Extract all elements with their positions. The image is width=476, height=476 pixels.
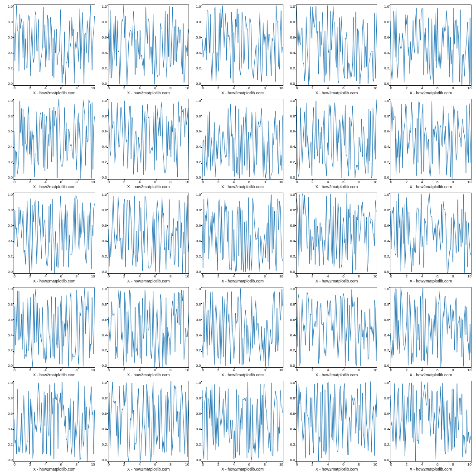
subplot-2-3: 1.00.80.60.40.20.00246810X - how2matplot… [287,193,378,283]
x-tick-labels: 0246810 [296,462,378,466]
x-axis-label: X - how2matplotlib.com [296,91,378,95]
x-axis-label: X - how2matplotlib.com [108,373,189,377]
x-axis-label: X - how2matplotlib.com [202,373,283,377]
chart-box [202,287,283,368]
y-tick-labels: 1.00.80.60.40.20.0 [381,99,390,180]
chart-box [108,381,189,462]
chart-box [202,381,283,462]
subplot-1-3: 1.00.80.60.40.20.00246810X - how2matplot… [287,99,378,189]
x-tick-labels: 0246810 [296,180,378,184]
subplot-0-3: 1.00.80.60.40.20.00246810X - how2matplot… [287,5,378,95]
x-axis-label: X - how2matplotlib.com [14,373,95,377]
noise-line [390,8,471,84]
x-tick-labels: 0246810 [14,462,95,466]
chart-box [14,287,95,368]
x-tick-labels: 0246810 [14,274,95,278]
chart-box [296,193,378,274]
subplot-1-1: 1.00.80.60.40.20.00246810X - how2matplot… [99,99,189,189]
x-axis-label: X - how2matplotlib.com [296,279,378,283]
chart-box [108,99,189,180]
x-axis-label: X - how2matplotlib.com [296,373,378,377]
subplot-3-4: 1.00.80.60.40.20.00246810X - how2matplot… [381,287,471,378]
subplot-4-1: 1.00.80.60.40.20.00246810X - how2matplot… [99,381,189,471]
x-axis-label: X - how2matplotlib.com [296,185,378,189]
chart-box [390,287,471,368]
x-axis-label: X - how2matplotlib.com [108,185,189,189]
x-axis-label: X - how2matplotlib.com [108,91,189,95]
subplot-4-4: 1.00.80.60.40.20.00246810X - how2matplot… [381,381,471,471]
chart-box [390,5,471,86]
chart-box [202,99,283,180]
x-tick-labels: 0246810 [390,462,471,466]
x-tick-labels: 0246810 [108,180,189,184]
x-axis-label: X - how2matplotlib.com [390,185,471,189]
x-axis-label: X - how2matplotlib.com [14,185,95,189]
x-axis-label: X - how2matplotlib.com [390,279,471,283]
y-tick-labels: 1.00.80.60.40.20.0 [193,5,202,86]
y-tick-labels: 1.00.80.60.40.20.0 [99,193,108,274]
x-axis-label: X - how2matplotlib.com [296,467,378,471]
x-tick-labels: 0246810 [390,368,471,372]
noise-line [14,382,95,461]
noise-line [14,196,95,273]
subplot-4-3: 1.00.80.60.40.20.00246810X - how2matplot… [287,381,378,471]
subplot-0-4: 1.00.80.60.40.20.00246810X - how2matplot… [381,5,471,95]
x-tick-labels: 0246810 [14,368,95,372]
chart-box [14,5,95,86]
x-tick-labels: 0246810 [202,180,283,184]
noise-line [108,381,189,461]
x-axis-label: X - how2matplotlib.com [202,467,283,471]
chart-box [390,99,471,180]
x-tick-labels: 0246810 [390,274,471,278]
x-tick-labels: 0246810 [108,462,189,466]
noise-line [202,288,283,366]
y-tick-labels: 1.00.80.60.40.20.0 [99,99,108,180]
y-tick-labels: 1.00.80.60.40.20.0 [193,381,202,462]
noise-line [296,99,377,178]
chart-box [14,381,95,462]
y-tick-labels: 1.00.80.60.40.20.0 [381,5,390,86]
noise-line [108,196,189,273]
y-tick-labels: 1.00.80.60.40.20.0 [287,5,296,86]
chart-box [108,287,189,368]
chart-box [202,193,283,274]
x-axis-label: X - how2matplotlib.com [202,279,283,283]
noise-line [108,290,189,367]
noise-line [296,5,377,85]
x-axis-label: X - how2matplotlib.com [14,279,95,283]
subplot-1-0: 1.00.80.60.40.20.00246810X - how2matplot… [5,99,95,189]
chart-box [296,5,378,86]
noise-line [202,194,283,272]
subplot-3-2: 1.00.80.60.40.20.00246810X - how2matplot… [193,287,283,378]
x-tick-labels: 0246810 [202,368,283,372]
chart-box [296,99,378,180]
chart-box [390,193,471,274]
x-tick-labels: 0246810 [14,180,95,184]
noise-line [390,101,471,178]
y-tick-labels: 1.00.80.60.40.20.0 [381,193,390,274]
y-tick-labels: 1.00.80.60.40.20.0 [193,99,202,180]
x-axis-label: X - how2matplotlib.com [390,373,471,377]
y-tick-labels: 1.00.80.60.40.20.0 [287,99,296,180]
x-tick-labels: 0246810 [390,86,471,90]
y-tick-labels: 1.00.80.60.40.20.0 [287,381,296,462]
y-tick-labels: 1.00.80.60.40.20.0 [193,287,202,368]
chart-box [390,381,471,462]
y-tick-labels: 1.00.80.60.40.20.0 [99,287,108,368]
noise-line [390,382,471,461]
x-tick-labels: 0246810 [108,274,189,278]
x-tick-labels: 0246810 [202,462,283,466]
noise-line [202,104,283,179]
noise-line [390,194,471,273]
chart-box [14,99,95,180]
noise-line [202,6,283,83]
subplot-0-2: 1.00.80.60.40.20.00246810X - how2matplot… [193,5,283,95]
y-tick-labels: 1.00.80.60.40.20.0 [381,381,390,462]
x-tick-labels: 0246810 [202,86,283,90]
x-axis-label: X - how2matplotlib.com [14,91,95,95]
chart-box [296,287,378,368]
noise-line [296,193,377,273]
y-tick-labels: 1.00.80.60.40.20.0 [381,287,390,368]
y-tick-labels: 1.00.80.60.40.20.0 [5,99,14,180]
noise-line [108,101,189,178]
